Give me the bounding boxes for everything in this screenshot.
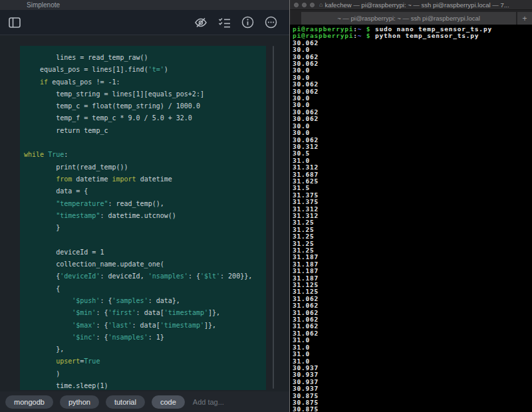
terminal-window: ⌂ kafechew — pi@raspberrypi: ~ — ssh pi@… — [289, 0, 532, 412]
code-line — [24, 234, 266, 246]
terminal-output-line: 31.25 — [293, 219, 532, 226]
terminal-output-line: 30.062 — [293, 60, 532, 67]
terminal-output-line: 31.375 — [293, 199, 532, 205]
terminal-output-line: 31.312 — [293, 206, 532, 213]
simplenote-titlebar: Simplenote — [0, 0, 289, 10]
toolbar-right-icons — [194, 16, 277, 29]
terminal-output-line: 31.062 — [293, 316, 532, 323]
code-line: print(read_temp()) — [24, 161, 266, 173]
terminal-output-line: 30.875 — [293, 406, 532, 412]
terminal-output-line: 30.937 — [293, 379, 532, 385]
note-editor[interactable]: lines = read_temp_raw() equals_pos = lin… — [0, 35, 289, 391]
terminal-output-line: 30.062 — [293, 109, 532, 116]
terminal-tab[interactable]: ~ — pi@raspberrypi: ~ — ssh pi@raspberry… — [301, 12, 516, 25]
code-line: while True: — [24, 149, 266, 161]
code-line: "temperature": read_temp(), — [24, 198, 266, 210]
code-line: {'deviceId': deviceId, 'nsamples': {'$lt… — [24, 270, 266, 282]
terminal-prompt-line: pi@raspberrypi:~ $ python temp_sensor_ts… — [293, 33, 532, 39]
code-line: upsert=True — [24, 356, 266, 367]
code-line: temp_f = temp_c * 9.0 / 5.0 + 32.0 — [24, 112, 266, 124]
simplenote-window-title: Simplenote — [27, 1, 60, 9]
terminal-output-line: 31.125 — [293, 282, 532, 288]
code-line: data = { — [24, 185, 266, 197]
more-options-icon[interactable] — [264, 16, 277, 29]
terminal-output-line: 30.062 — [293, 54, 532, 60]
checklist-icon[interactable] — [217, 16, 231, 29]
code-line: collection_name.update_one( — [24, 258, 266, 270]
terminal-output-line: 31.062 — [293, 310, 532, 316]
terminal-output-line: 31.062 — [293, 330, 532, 337]
zoom-window-button[interactable] — [310, 3, 315, 7]
code-line: if equals_pos != -1: — [24, 76, 266, 88]
code-line: time.sleep(1) — [24, 380, 266, 390]
terminal-output-line: 30.0 — [293, 95, 532, 102]
code-line: temp_string = lines[1][equals_pos+2:] — [24, 88, 266, 100]
terminal-output-line: 30.0 — [293, 123, 532, 130]
tag-pill-tutorial[interactable]: tutorial — [106, 395, 145, 409]
home-folder-icon: ⌂ — [319, 2, 323, 8]
terminal-output-line: 31.25 — [293, 227, 532, 233]
code-line — [24, 137, 266, 149]
terminal-body[interactable]: pi@raspberrypi:~ $ sudo nano temp_sensor… — [290, 25, 532, 412]
terminal-output-line: 31.312 — [293, 164, 532, 171]
tag-pill-python[interactable]: python — [60, 395, 99, 409]
terminal-output-line: 30.0 — [293, 74, 532, 81]
terminal-output-line: 30.0 — [293, 67, 532, 74]
sidebar-toggle-icon[interactable] — [8, 16, 21, 29]
terminal-output-line: 31.187 — [293, 261, 532, 268]
terminal-output-line: 31.062 — [293, 323, 532, 330]
terminal-output-line: 31.312 — [293, 213, 532, 219]
code-line: "timestamp": datetime.utcnow() — [24, 210, 266, 222]
terminal-output-line: 30.0 — [293, 102, 532, 108]
code-block: lines = read_temp_raw() equals_pos = lin… — [20, 46, 266, 390]
code-line: return temp_c — [24, 125, 266, 137]
terminal-output-line: 30.937 — [293, 371, 532, 378]
terminal-output-line: 31.375 — [293, 192, 532, 199]
terminal-output-line: 31.187 — [293, 275, 532, 282]
terminal-output-line: 30.875 — [293, 399, 532, 406]
terminal-output-line: 30.0 — [293, 47, 532, 53]
terminal-output-line: 31.5 — [293, 185, 532, 191]
code-line: temp_c = float(temp_string) / 1000.0 — [24, 100, 266, 112]
simplenote-window: Simplenote — [0, 0, 289, 412]
minimize-window-button[interactable] — [302, 3, 307, 7]
terminal-output-line: 31.25 — [293, 241, 532, 247]
terminal-output-line: 30.062 — [293, 116, 532, 122]
desktop: Simplenote — [0, 0, 532, 412]
info-icon[interactable] — [241, 16, 254, 29]
terminal-output-line: 31.187 — [293, 254, 532, 260]
code-line: lines = read_temp_raw() — [24, 52, 266, 64]
terminal-output-line: 31.0 — [293, 157, 532, 164]
terminal-output-line: 31.0 — [293, 358, 532, 365]
tag-pill-mongodb[interactable]: mongodb — [5, 395, 53, 409]
simplenote-toolbar — [0, 10, 289, 35]
terminal-output-line: 31.187 — [293, 268, 532, 274]
code-line: equals_pos = lines[1].find('t=') — [24, 64, 266, 76]
terminal-window-title: kafechew — pi@raspberrypi: ~ — ssh pi@ra… — [325, 1, 509, 9]
close-window-button[interactable] — [294, 3, 299, 7]
terminal-output-line: 30.5 — [293, 150, 532, 157]
terminal-output-line: 30.312 — [293, 144, 532, 150]
editor-scrollbar[interactable] — [273, 46, 274, 389]
terminal-output-line: 31.687 — [293, 171, 532, 178]
traffic-lights — [294, 3, 315, 7]
terminal-output-line: 30.062 — [293, 88, 532, 95]
terminal-output-line: 30.937 — [293, 365, 532, 371]
code-line: }, — [24, 344, 266, 356]
terminal-titlebar: ⌂ kafechew — pi@raspberrypi: ~ — ssh pi@… — [290, 0, 532, 10]
terminal-output-line: 30.062 — [293, 40, 532, 47]
terminal-tab-title: ~ — pi@raspberrypi: ~ — ssh pi@raspberry… — [337, 15, 480, 22]
terminal-output-line: 30.062 — [293, 81, 532, 88]
tag-pill-code[interactable]: code — [152, 395, 185, 409]
code-line: { — [24, 283, 266, 295]
preview-off-icon[interactable] — [194, 16, 207, 29]
add-tag-input[interactable]: Add tag... — [193, 398, 224, 406]
terminal-output-line: 31.062 — [293, 302, 532, 309]
terminal-output-line: 31.625 — [293, 178, 532, 185]
new-tab-button[interactable]: + — [517, 12, 532, 25]
terminal-output-line: 30.937 — [293, 385, 532, 392]
code-line: '$inc': {'nsamples': 1} — [24, 332, 266, 344]
terminal-output-line: 31.062 — [293, 296, 532, 302]
tag-bar: mongodbpythontutorialcodeAdd tag... — [0, 391, 289, 412]
terminal-output-line: 31.25 — [293, 247, 532, 254]
